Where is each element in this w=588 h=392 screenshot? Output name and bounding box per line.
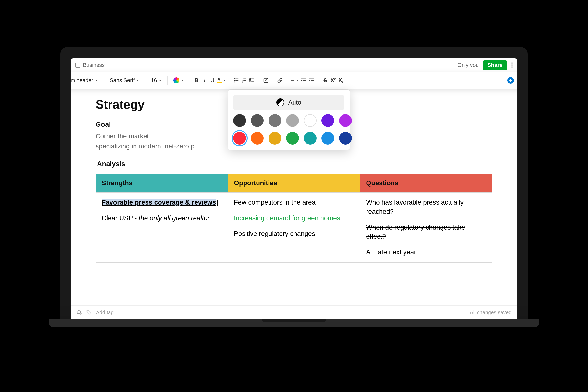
chevron-down-icon [181,80,184,81]
questions-cell[interactable]: Who has favorable press actually reached… [360,192,492,263]
chevron-down-icon [296,80,299,81]
font-family-dropdown[interactable]: Sans Serif [107,76,142,85]
breadcrumb-label: Business [83,62,104,68]
link-button[interactable] [276,77,283,84]
color-swatch-grid [233,114,344,144]
analysis-table[interactable]: Strengths Opportunities Questions Favora… [96,174,492,263]
color-swatch[interactable] [322,114,334,127]
clear-format-button[interactable] [262,77,269,84]
svg-text:+: + [80,313,81,314]
svg-rect-3 [236,80,238,80]
svg-rect-7 [243,79,246,79]
auto-color-icon [276,98,284,106]
svg-point-2 [234,80,235,81]
color-swatch[interactable] [268,132,281,144]
breadcrumb[interactable]: Business [76,62,104,68]
share-button[interactable]: Share [483,60,507,70]
top-bar: Business Only you Share [71,58,517,72]
svg-rect-21 [303,80,306,80]
color-wheel-icon [174,78,179,83]
color-swatch[interactable] [251,114,264,127]
color-swatch[interactable] [339,114,352,127]
strengths-header[interactable]: Strengths [96,174,228,192]
opportunities-cell[interactable]: Few competitors in the area Increasing d… [228,192,360,263]
text-cursor [216,199,218,206]
color-swatch[interactable] [322,132,334,144]
svg-rect-13 [251,79,254,79]
subscript-button[interactable]: X2 [338,77,344,84]
text-color-dropdown[interactable] [171,76,186,85]
document-icon [76,63,80,68]
add-tag-button[interactable]: Add tag [96,310,114,315]
numbered-list-button[interactable]: 123 [240,77,248,84]
color-swatch[interactable] [339,132,352,144]
alignment-dropdown[interactable] [290,77,299,84]
svg-rect-1 [236,79,238,79]
checklist-button[interactable] [248,77,255,84]
more-menu-button[interactable] [511,62,512,68]
svg-rect-20 [301,79,306,79]
svg-rect-11 [243,82,246,82]
plus-icon: + [508,77,514,84]
svg-rect-24 [311,80,314,80]
color-swatch[interactable] [304,132,316,144]
svg-rect-15 [251,81,254,82]
svg-point-0 [234,78,235,80]
svg-rect-19 [291,82,295,82]
underline-button[interactable]: U [209,77,216,84]
svg-rect-23 [309,79,314,79]
laptop-base [49,319,539,327]
app-screen: Business Only you Share Medium header Sa… [71,58,517,319]
color-swatch[interactable] [286,114,299,127]
opportunities-header[interactable]: Opportunities [228,174,360,192]
svg-text:3: 3 [242,81,242,83]
reminder-icon[interactable]: + [76,310,82,315]
svg-rect-17 [291,79,295,79]
auto-color-button[interactable]: Auto [233,95,344,110]
svg-rect-14 [250,80,251,82]
table-header-row: Strengths Opportunities Questions [96,174,492,192]
highlight-dropdown[interactable] [217,77,226,84]
save-status: All changes saved [470,310,512,315]
selected-text[interactable]: Favorable press coverage & reviews [102,199,216,206]
color-swatch[interactable] [251,132,264,144]
italic-button[interactable]: I [201,77,208,84]
svg-rect-25 [309,82,314,82]
bottom-bar: + Add tag All changes saved [71,305,517,319]
svg-point-4 [234,82,235,82]
svg-rect-18 [291,80,294,80]
color-swatch[interactable] [286,132,299,144]
visibility-label[interactable]: Only you [458,62,479,68]
indent-right-button[interactable] [300,77,307,84]
questions-header[interactable]: Questions [360,174,492,192]
svg-point-28 [88,311,88,312]
svg-rect-22 [301,82,306,82]
tag-icon[interactable] [86,310,92,315]
svg-rect-5 [236,82,238,82]
insert-dropdown[interactable]: + Insert [508,77,517,84]
strengths-cell[interactable]: Favorable press coverage & reviews Clear… [96,192,228,263]
color-swatch-selected[interactable] [233,132,246,144]
bulleted-list-button[interactable] [233,77,240,84]
chevron-down-icon [159,80,162,81]
chevron-down-icon [223,80,226,81]
svg-rect-9 [243,80,246,80]
formatting-toolbar: Medium header Sans Serif 16 B I U [71,72,517,89]
text-style-dropdown[interactable]: Medium header [71,76,100,85]
color-swatch[interactable] [233,114,246,127]
color-swatch[interactable] [268,114,281,127]
strikethrough-button[interactable]: S [322,77,329,84]
laptop-frame: Business Only you Share Medium header Sa… [60,47,528,319]
superscript-button[interactable]: X2 [330,77,337,84]
highlighter-icon [217,78,222,83]
color-picker-panel: Auto [228,90,350,150]
laptop-notch [262,319,326,322]
chevron-down-icon [136,80,139,81]
color-swatch[interactable] [304,114,316,127]
indent-left-button[interactable] [308,77,315,84]
chevron-down-icon [95,80,98,81]
bold-button[interactable]: B [193,77,200,84]
analysis-heading[interactable]: Analysis [97,160,492,168]
font-size-dropdown[interactable]: 16 [148,76,164,85]
table-row: Favorable press coverage & reviews Clear… [96,192,492,263]
